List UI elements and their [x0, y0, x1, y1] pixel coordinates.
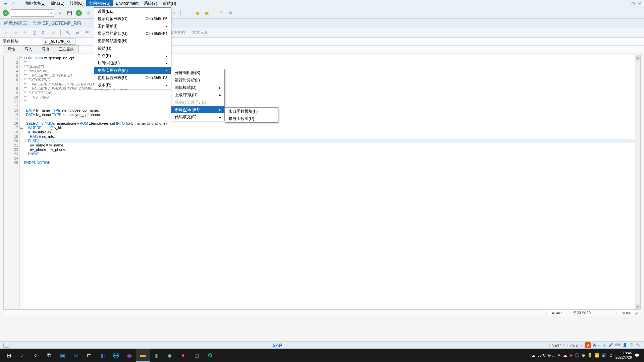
- shortcut-icon[interactable]: ▣: [203, 9, 210, 17]
- taskbar-app-1[interactable]: ▣: [56, 349, 69, 362]
- close-button[interactable]: ✕: [637, 1, 643, 6]
- menu-item[interactable]: 来自函数模块(F): [225, 108, 278, 115]
- menu-0[interactable]: 功能模块(E): [21, 0, 48, 6]
- back-icon[interactable]: «: [75, 9, 83, 17]
- arrow-left-icon[interactable]: ⇐: [3, 29, 9, 36]
- sap-gui-icon[interactable]: ▬: [136, 349, 150, 362]
- menu-item[interactable]: 上载/下载(U)▸: [171, 91, 224, 99]
- other-object-icon[interactable]: ◫: [31, 29, 38, 36]
- outlook-icon[interactable]: ✉: [69, 349, 83, 362]
- activate-icon[interactable]: ⚡: [50, 29, 56, 36]
- ime-punct-icon[interactable]: •,: [598, 343, 601, 347]
- tcode-dd-icon[interactable]: ▾: [563, 344, 565, 347]
- layout-icon[interactable]: ▦: [194, 9, 201, 17]
- taskbar-app-9[interactable]: ◆: [163, 349, 176, 362]
- vertical-scrollbar[interactable]: ▲ ▼: [635, 55, 640, 309]
- display-change-icon[interactable]: ✎: [21, 29, 28, 36]
- taskbar-app-11[interactable]: ◻: [190, 349, 203, 362]
- minimize-button[interactable]: —: [623, 1, 629, 6]
- ime-keyboard-icon[interactable]: ⌨: [615, 343, 621, 347]
- menu-4[interactable]: Environment: [113, 0, 141, 6]
- menu-item[interactable]: 代码填充(C)▸: [171, 113, 224, 121]
- menu-item[interactable]: 块/缓冲区(L)▸: [94, 59, 171, 67]
- ime-smile-icon[interactable]: ☺: [603, 343, 606, 347]
- command-field[interactable]: ▾: [11, 9, 54, 17]
- exit-icon[interactable]: ⎋: [85, 9, 92, 17]
- maximize-button[interactable]: ◻: [630, 1, 636, 6]
- file-explorer-icon[interactable]: 🗀: [83, 349, 96, 362]
- save-icon[interactable]: 💾: [66, 9, 73, 17]
- tray-lang[interactable]: 英: [609, 353, 613, 358]
- test-icon[interactable]: 🔧: [65, 29, 71, 36]
- arrow-right-icon[interactable]: ⇒: [12, 29, 19, 36]
- menu-item[interactable]: 设置(E)...: [94, 8, 171, 15]
- fold-icon[interactable]: −: [20, 56, 23, 59]
- cortana-icon[interactable]: ○: [29, 349, 42, 362]
- scroll-down-icon[interactable]: ▼: [635, 304, 640, 309]
- ime-indicator[interactable]: S: [585, 342, 591, 348]
- menu-1[interactable]: 编辑(E): [48, 0, 67, 6]
- menu-item[interactable]: 更多实用程序(M)▸: [94, 67, 171, 74]
- tab-1[interactable]: 导入: [20, 45, 37, 53]
- menu-3[interactable]: 实用程序(S): [86, 0, 113, 6]
- ime-tool-icon[interactable]: 🔧: [636, 343, 641, 347]
- chrome-icon[interactable]: 🌐: [109, 349, 123, 362]
- tray-chevron-icon[interactable]: ᐱ: [558, 353, 560, 358]
- eclipse-icon[interactable]: ◉: [123, 349, 136, 362]
- check-icon[interactable]: ☑: [40, 29, 47, 36]
- wechat-icon[interactable]: ✪: [203, 349, 217, 362]
- tray-icon-3[interactable]: 🎧: [575, 353, 580, 358]
- help-icon[interactable]: ?: [217, 9, 225, 17]
- menu-5[interactable]: 系统(Y): [141, 0, 160, 6]
- tray-icon-2[interactable]: ◉: [569, 353, 573, 358]
- task-view-icon[interactable]: ⧉: [42, 349, 56, 362]
- taskbar-app-4[interactable]: ◧: [96, 349, 109, 362]
- ime-person-icon[interactable]: 👤: [623, 343, 627, 347]
- menu-item[interactable]: 版本(R)▸: [94, 81, 171, 89]
- menu-item[interactable]: 来自函数组(U): [225, 115, 278, 122]
- customize-icon[interactable]: ⚙: [227, 9, 234, 17]
- cmd-icon[interactable]: ▮: [150, 349, 163, 362]
- code-content[interactable]: FUNCTION zf_getemp_rfc_cpf.*"-----------…: [24, 55, 635, 309]
- ime-skin-icon[interactable]: 👕: [629, 343, 634, 347]
- menu-item[interactable]: 分屏编辑器(S): [171, 69, 224, 76]
- menu-2[interactable]: 转到(G): [67, 0, 86, 6]
- notifications-icon[interactable]: 💬: [635, 353, 639, 358]
- menu-item[interactable]: 显示对象列表(O)Ctrl+Shift+F5: [94, 15, 171, 22]
- tab-2[interactable]: 导出: [37, 45, 54, 53]
- menu-item[interactable]: 帮助(H)...: [94, 45, 171, 52]
- object-list-icon[interactable]: ☰: [84, 29, 90, 36]
- menu-item[interactable]: 创建 Web 服务▸: [171, 106, 224, 113]
- menu-item[interactable]: 更新导航索引(N): [94, 37, 171, 45]
- tab-3[interactable]: 正在更改: [54, 45, 79, 53]
- search-icon[interactable]: ⌕: [15, 349, 29, 362]
- menu-item[interactable]: 运行时分析(L): [171, 76, 224, 84]
- menu-item[interactable]: 编辑模式(D)▸: [171, 84, 224, 91]
- tray-icon-7[interactable]: 🔊: [601, 353, 606, 358]
- new-window-icon[interactable]: 📄: [184, 9, 192, 17]
- menu-item[interactable]: 断点(K)▸: [94, 52, 171, 59]
- text-elements-button[interactable]: 文本元素: [190, 30, 210, 36]
- fold-icon[interactable]: −: [20, 126, 23, 129]
- code-editor[interactable]: 1234567891011121314151617181920212223242…: [3, 55, 641, 310]
- tray-icon-4[interactable]: ⚙: [582, 353, 585, 358]
- postman-icon[interactable]: ●: [176, 349, 190, 362]
- accept-button[interactable]: ✓: [3, 10, 9, 16]
- status-message-icon[interactable]: [3, 343, 9, 348]
- menu-item[interactable]: 工作清单(I)▸: [94, 22, 171, 30]
- scroll-up-icon[interactable]: ▲: [635, 55, 640, 61]
- tray-icon-1[interactable]: ☁: [563, 353, 567, 358]
- tray-icon-5[interactable]: 🔋: [587, 353, 592, 358]
- menu-item[interactable]: 使用位置列表(U)Ctrl+Shift+F3: [94, 74, 171, 81]
- expand-icon[interactable]: »: [545, 343, 547, 347]
- fm-name-input[interactable]: [43, 39, 75, 45]
- where-used-icon[interactable]: ⇄: [74, 29, 81, 36]
- menu-6[interactable]: 帮助(H): [160, 0, 179, 6]
- menu-item[interactable]: 显示导航窗口(G)Ctrl+Shift+F4: [94, 30, 171, 37]
- nav-first-icon[interactable]: «: [56, 9, 64, 17]
- clock[interactable]: 18:46 2022/7/29: [615, 351, 632, 360]
- tab-0[interactable]: 属性: [3, 45, 20, 53]
- weather-widget[interactable]: ☁ 30°C 多云: [532, 353, 555, 358]
- tray-icon-6[interactable]: 📶: [594, 353, 599, 358]
- ime-mic-icon[interactable]: 🎤: [608, 343, 613, 347]
